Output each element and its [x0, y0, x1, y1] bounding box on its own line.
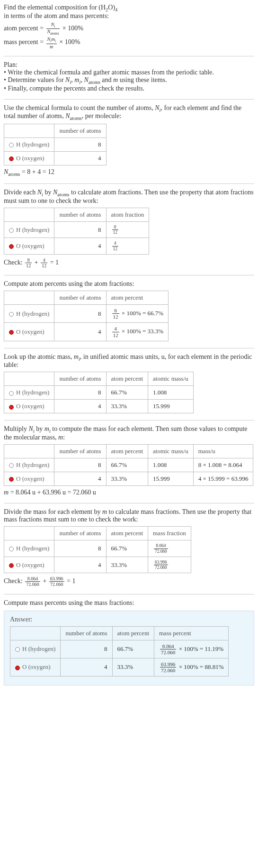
n-atoms-sum: Natoms = 8 + 4 = 12 [4, 168, 254, 177]
oxygen-dot-icon [9, 330, 14, 335]
step3-table: number of atoms atom percent H (hydrogen… [4, 291, 169, 341]
divider [4, 56, 254, 56]
table-row: H (hydrogen) 8 66.7% 8.06472.060 × 100% … [10, 640, 229, 658]
step5-table: number of atoms atom percent atomic mass… [4, 444, 253, 486]
molecular-mass-sum: m = 8.064 u + 63.996 u = 72.060 u [4, 489, 254, 496]
table-row: O (oxygen) 4 33.3% 15.999 4 × 15.999 = 6… [4, 472, 253, 486]
divider [4, 275, 254, 275]
step6-check: Check: 8.06472.060 + 63.99672.060 = 1 [4, 576, 254, 587]
table-row: H (hydrogen) 8 66.7% 8.06472.060 [4, 540, 191, 557]
fraction: Ni Natoms [46, 22, 60, 36]
divider [4, 183, 254, 184]
step4-text: Look up the atomic mass, mi, in unified … [4, 353, 254, 369]
table-header-row: number of atoms atom percent [4, 291, 169, 305]
plan-bullet-3: • Finally, compute the percents and chec… [4, 85, 254, 92]
table-header-row: number of atoms atom percent mass percen… [10, 626, 229, 640]
oxygen-dot-icon [9, 477, 14, 482]
table-header-row: number of atoms atom fraction [4, 208, 149, 221]
plan-bullet-2: • Determine values for Ni, mi, Natoms an… [4, 76, 254, 85]
step2-table: number of atoms atom fraction H (hydroge… [4, 208, 149, 255]
plan-title: Plan: [4, 61, 254, 69]
divider [4, 503, 254, 503]
element-cell: H (hydrogen) [4, 138, 54, 152]
table-header-row: number of atoms [4, 124, 107, 138]
intro-line1: Find the elemental composition for (H [4, 4, 106, 11]
answer-table: number of atoms atom percent mass percen… [10, 626, 229, 677]
table-row: O (oxygen) 4 412 × 100% = 33.3% [4, 323, 169, 341]
step6-table: number of atoms atom percent mass fracti… [4, 526, 191, 573]
table-row: H (hydrogen) 8 [4, 138, 107, 152]
atom-percent-formula: atom percent = Ni Natoms × 100% [4, 22, 254, 36]
divider [4, 348, 254, 348]
hydrogen-dot-icon [9, 143, 14, 147]
col-atom-percent: atom percent [106, 291, 169, 305]
plan-bullet-1: • Write the chemical formula and gather … [4, 69, 254, 76]
table-row: O (oxygen) 4 412 [4, 238, 149, 255]
hydrogen-dot-icon [9, 463, 14, 468]
step6-text: Divide the mass for each element by m to… [4, 508, 254, 523]
intro-line1b: O) [108, 4, 115, 11]
hydrogen-dot-icon [15, 647, 20, 652]
oxygen-dot-icon [15, 666, 20, 670]
hydrogen-dot-icon [9, 312, 14, 317]
table-row: H (hydrogen) 8 812 [4, 221, 149, 238]
hydrogen-dot-icon [9, 391, 14, 396]
step5-text: Multiply Ni by mi to compute the mass fo… [4, 425, 254, 441]
col-number-atoms: number of atoms [54, 124, 106, 138]
plan-section: Plan: • Write the chemical formula and g… [4, 61, 254, 92]
intro-text: Find the elemental composition for (H2O)… [4, 4, 254, 20]
oxygen-dot-icon [9, 405, 14, 410]
table-row: O (oxygen) 4 33.3% 63.99672.060 [4, 557, 191, 573]
step1-table: number of atoms H (hydrogen) 8 O (oxygen… [4, 124, 107, 165]
hydrogen-dot-icon [9, 228, 14, 233]
table-row: O (oxygen) 4 [4, 152, 107, 165]
table-row: H (hydrogen) 8 66.7% 1.008 8 × 1.008 = 8… [4, 458, 253, 472]
table-row: O (oxygen) 4 33.3% 15.999 [4, 400, 194, 413]
table-header-row: number of atoms atom percent mass fracti… [4, 527, 191, 540]
sub-4: 4 [115, 7, 117, 12]
step2-check: Check: 812 + 412 = 1 [4, 257, 254, 268]
hydrogen-dot-icon [9, 547, 14, 551]
divider [4, 99, 254, 100]
col-number-atoms: number of atoms [54, 208, 106, 221]
times-100: × 100% [62, 25, 83, 32]
step3-text: Compute atom percents using the atom fra… [4, 280, 254, 288]
times-100: × 100% [59, 39, 80, 46]
table-header-row: number of atoms atom percent atomic mass… [4, 445, 253, 458]
oxygen-dot-icon [9, 244, 14, 249]
blank-header [4, 124, 54, 138]
divider [4, 420, 254, 420]
step1-text: Use the chemical formula to count the nu… [4, 104, 254, 121]
col-atom-fraction: atom fraction [106, 208, 149, 221]
step4-table: number of atoms atom percent atomic mass… [4, 372, 194, 413]
value-cell: 8 [54, 138, 106, 152]
oxygen-dot-icon [9, 563, 14, 568]
table-header-row: number of atoms atom percent atomic mass… [4, 372, 194, 386]
mass-percent-formula: mass percent = Nimi m × 100% [4, 37, 254, 49]
atom-pct-lhs: atom percent = [4, 25, 45, 32]
fraction: Nimi m [46, 37, 57, 49]
answer-box: Answer: number of atoms atom percent mas… [4, 611, 254, 686]
table-row: H (hydrogen) 8 66.7% 1.008 [4, 386, 194, 400]
col-number-atoms: number of atoms [54, 291, 106, 305]
element-cell: O (oxygen) [4, 152, 54, 165]
divider [4, 594, 254, 594]
mass-pct-lhs: mass percent = [4, 39, 45, 46]
answer-label: Answer: [10, 616, 248, 623]
value-cell: 4 [54, 152, 106, 165]
table-row: O (oxygen) 4 33.3% 63.99672.060 × 100% =… [10, 658, 229, 676]
step7-text: Compute mass percents using the mass fra… [4, 599, 254, 607]
step2-text: Divide each Ni by Natoms to calculate at… [4, 189, 254, 205]
intro-line2: in terms of the atom and mass percents: [4, 12, 109, 19]
table-row: H (hydrogen) 8 812 × 100% = 66.7% [4, 305, 169, 323]
oxygen-dot-icon [9, 156, 14, 161]
